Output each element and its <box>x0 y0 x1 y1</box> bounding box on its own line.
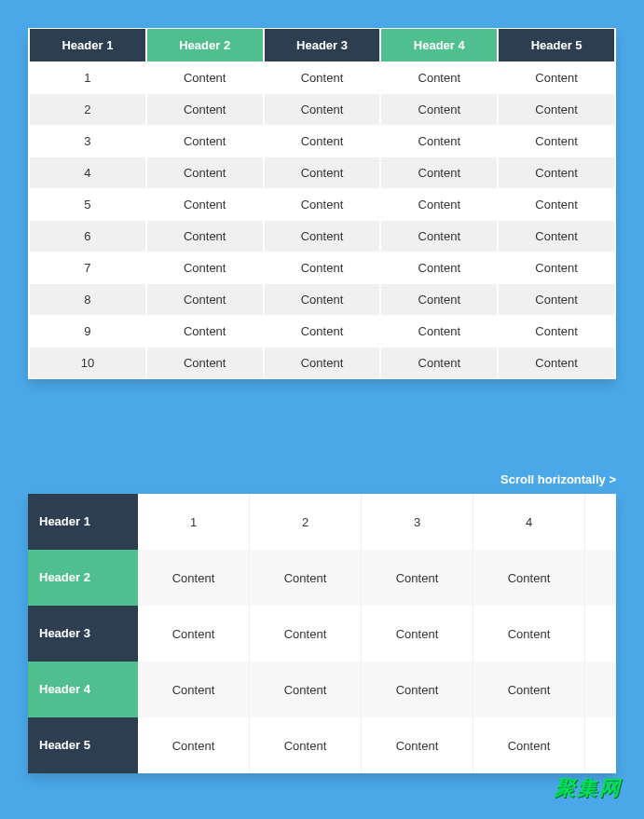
table-cell: Content <box>381 221 497 252</box>
table-row: 8ContentContentContentContent <box>30 284 614 315</box>
watermark-text: 聚集网 <box>555 774 622 801</box>
table2-cell: Content <box>362 662 473 717</box>
scroll-hint-label: Scroll horizontally > <box>28 472 616 486</box>
table2-cell-offscreen <box>585 662 616 717</box>
table-cell: Content <box>147 221 263 252</box>
table-cell: 7 <box>30 253 145 283</box>
table2-scroll-area[interactable]: 1234ContentContentContentContentContentC… <box>138 494 616 773</box>
table2-data-row: ContentContentContentContent <box>138 662 616 717</box>
table2-cell: Content <box>250 550 362 606</box>
table-row: 3ContentContentContentContent <box>30 126 614 157</box>
table-cell: Content <box>499 189 614 220</box>
table1-header-row: Header 1 Header 2 Header 3 Header 4 Head… <box>30 29 614 61</box>
table2-row-header[interactable]: Header 1 <box>28 494 138 550</box>
table-cell: 4 <box>30 157 145 188</box>
table-cell: Content <box>265 253 380 283</box>
table2-fixed-column: Header 1Header 2Header 3Header 4Header 5 <box>28 494 138 773</box>
table2-cell: Content <box>138 662 250 717</box>
table-cell: Content <box>265 284 380 315</box>
table-cell: Content <box>147 253 263 283</box>
table-row: 9ContentContentContentContent <box>30 316 614 347</box>
table2-cell-offscreen <box>585 550 616 606</box>
table-cell: Content <box>147 126 263 157</box>
table-row: 10ContentContentContentContent <box>30 348 614 378</box>
table-cell: Content <box>499 94 614 125</box>
table-row: 4ContentContentContentContent <box>30 157 614 188</box>
table-cell: 5 <box>30 189 145 220</box>
table-cell: Content <box>499 316 614 347</box>
responsive-table-2: Header 1Header 2Header 3Header 4Header 5… <box>28 494 616 773</box>
table2-row-header[interactable]: Header 3 <box>28 606 138 662</box>
table-cell: Content <box>147 189 263 220</box>
table-cell: Content <box>381 253 497 283</box>
table1-header-4[interactable]: Header 4 <box>381 29 497 61</box>
table2-cell: Content <box>138 606 250 662</box>
table2-cell-offscreen <box>585 717 616 773</box>
table2-cell: Content <box>473 662 585 717</box>
table-cell: Content <box>265 348 380 378</box>
table-cell: Content <box>265 62 380 93</box>
table2-data-row: ContentContentContentContent <box>138 606 616 662</box>
table2-cell: Content <box>138 717 250 773</box>
table-cell: Content <box>265 189 380 220</box>
table1-header-1[interactable]: Header 1 <box>30 29 145 61</box>
table-cell: Content <box>381 348 497 378</box>
table-cell: Content <box>499 348 614 378</box>
table-cell: Content <box>265 157 380 188</box>
table-cell: 8 <box>30 284 145 315</box>
table-cell: Content <box>499 62 614 93</box>
table-cell: Content <box>147 316 263 347</box>
table-cell: 10 <box>30 348 145 378</box>
table-cell: Content <box>147 94 263 125</box>
table-cell: Content <box>499 157 614 188</box>
table-cell: 2 <box>30 94 145 125</box>
table2-cell: 3 <box>362 494 473 550</box>
table2-cell-offscreen <box>585 606 616 662</box>
data-table-1: Header 1 Header 2 Header 3 Header 4 Head… <box>28 28 616 379</box>
table-cell: Content <box>265 94 380 125</box>
table2-cell: Content <box>473 550 585 606</box>
table-cell: Content <box>265 221 380 252</box>
table-cell: Content <box>499 253 614 283</box>
table-row: 5ContentContentContentContent <box>30 189 614 220</box>
table1-header-3[interactable]: Header 3 <box>265 29 380 61</box>
table2-cell: Content <box>362 606 473 662</box>
table-cell: Content <box>381 62 497 93</box>
table-row: 6ContentContentContentContent <box>30 221 614 252</box>
responsive-table-1: Header 1 Header 2 Header 3 Header 4 Head… <box>28 28 616 379</box>
table-cell: Content <box>381 157 497 188</box>
table-cell: Content <box>265 316 380 347</box>
table-cell: 3 <box>30 126 145 157</box>
table2-cell: 1 <box>138 494 250 550</box>
table-cell: Content <box>147 348 263 378</box>
table2-cell: Content <box>473 717 585 773</box>
table-cell: 6 <box>30 221 145 252</box>
table2-data-row: 1234 <box>138 494 616 550</box>
table-row: 2ContentContentContentContent <box>30 94 614 125</box>
table-cell: 9 <box>30 316 145 347</box>
table-cell: Content <box>381 316 497 347</box>
table-cell: Content <box>265 126 380 157</box>
table2-data-row: ContentContentContentContent <box>138 717 616 773</box>
table2-row-header[interactable]: Header 5 <box>28 717 138 773</box>
table-cell: Content <box>381 126 497 157</box>
table-cell: Content <box>147 62 263 93</box>
table-cell: Content <box>381 189 497 220</box>
table2-row-header[interactable]: Header 4 <box>28 662 138 717</box>
table-cell: Content <box>499 221 614 252</box>
table-row: 7ContentContentContentContent <box>30 253 614 283</box>
table1-header-2[interactable]: Header 2 <box>147 29 263 61</box>
table2-row-header[interactable]: Header 2 <box>28 550 138 606</box>
table-cell: Content <box>499 284 614 315</box>
table-cell: 1 <box>30 62 145 93</box>
table2-cell: Content <box>250 606 362 662</box>
table2-cell: Content <box>362 717 473 773</box>
table-row: 1ContentContentContentContent <box>30 62 614 93</box>
table-cell: Content <box>381 94 497 125</box>
table1-header-5[interactable]: Header 5 <box>499 29 614 61</box>
table-cell: Content <box>147 284 263 315</box>
table2-cell-offscreen <box>585 494 616 550</box>
table2-cell: 2 <box>250 494 362 550</box>
table-cell: Content <box>499 126 614 157</box>
table-cell: Content <box>147 157 263 188</box>
